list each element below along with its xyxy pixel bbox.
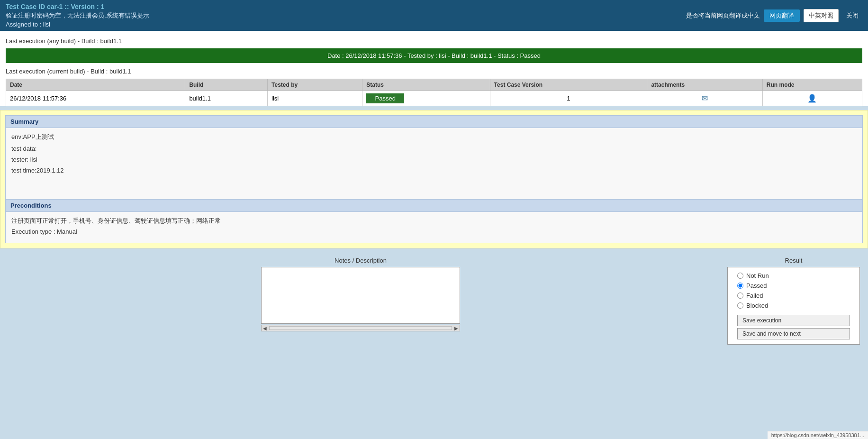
close-bar-button[interactable]: 关闭 xyxy=(842,9,862,22)
radio-passed-label: Passed xyxy=(746,282,767,289)
execution-table: Date Build Tested by Status Test Case Ve… xyxy=(6,79,862,106)
scrollbar-track xyxy=(269,326,452,330)
attachment-icon: ✉ xyxy=(702,94,708,102)
radio-not-run[interactable]: Not Run xyxy=(737,272,850,279)
col-build: Build xyxy=(185,79,268,91)
summary-line-1: test data: xyxy=(11,145,857,152)
preconditions-header: Preconditions xyxy=(6,199,862,212)
col-attachments: attachments xyxy=(647,79,762,91)
top-bar-left: Test Case ID car-1 :: Version : 1 验证注册时密… xyxy=(6,3,149,28)
url-bar: https://blog.csdn.net/weixin_43958381... xyxy=(768,431,868,439)
save-move-next-button[interactable]: Save and move to next xyxy=(737,328,850,339)
cell-version: 1 xyxy=(490,91,647,106)
summary-line-3: test time:2019.1.12 xyxy=(11,167,857,174)
assigned-to: Assigned to : lisi xyxy=(6,21,149,28)
bilingual-button[interactable]: 中英对照 xyxy=(804,9,839,22)
result-label: Result xyxy=(785,257,803,264)
radio-blocked-input[interactable] xyxy=(737,302,743,309)
radio-failed-label: Failed xyxy=(746,292,763,299)
cell-attachments: ✉ xyxy=(647,91,762,106)
notes-scrollbar: ◀ ▶ xyxy=(261,325,460,331)
col-run-mode: Run mode xyxy=(762,79,862,91)
radio-blocked-label: Blocked xyxy=(746,302,768,309)
summary-line-0: env:APP上测试 xyxy=(11,133,857,141)
col-version: Test Case Version xyxy=(490,79,647,91)
table-row: 26/12/2018 11:57:36 build1.1 lisi Passed… xyxy=(6,91,862,106)
run-mode-icon: 👤 xyxy=(807,94,817,102)
save-execution-button[interactable]: Save execution xyxy=(737,315,850,326)
radio-blocked[interactable]: Blocked xyxy=(737,302,850,309)
summary-header: Summary xyxy=(6,116,862,128)
cell-status: Passed xyxy=(362,91,490,106)
radio-not-run-label: Not Run xyxy=(746,272,769,279)
content-area: Last execution (any build) - Build : bui… xyxy=(0,31,868,106)
summary-content: env:APP上测试 test data: tester: lisi test … xyxy=(6,128,862,199)
result-box: Not Run Passed Failed Blocked Save execu… xyxy=(727,267,860,345)
radio-not-run-input[interactable] xyxy=(737,273,743,279)
test-case-title: Test Case ID car-1 :: Version : 1 xyxy=(6,3,149,10)
radio-group: Not Run Passed Failed Blocked xyxy=(737,272,850,309)
cell-date: 26/12/2018 11:57:36 xyxy=(6,91,185,106)
bottom-section: Notes / Description ◀ ▶ Result Not Run P… xyxy=(0,252,868,349)
status-bar: Date : 26/12/2018 11:57:36 - Tested by :… xyxy=(6,48,862,63)
radio-failed-input[interactable] xyxy=(737,293,743,299)
col-date: Date xyxy=(6,79,185,91)
translate-button[interactable]: 网页翻译 xyxy=(764,9,800,22)
radio-failed[interactable]: Failed xyxy=(737,292,850,299)
radio-passed-input[interactable] xyxy=(737,283,743,289)
summary-box: Summary env:APP上测试 test data: tester: li… xyxy=(5,115,863,243)
top-bar-right: 是否将当前网页翻译成中文 网页翻译 中英对照 关闭 xyxy=(686,9,862,22)
top-bar: Test Case ID car-1 :: Version : 1 验证注册时密… xyxy=(0,0,868,31)
execution-type: Execution type : Manual xyxy=(11,228,857,235)
result-section: Result Not Run Passed Failed Blocked xyxy=(725,257,862,345)
summary-line-2: tester: lisi xyxy=(11,156,857,163)
preconditions-text: 注册页面可正常打开，手机号、身份证信息、驾驶证信息填写正确；网络正常 xyxy=(11,217,857,225)
cell-tested-by: lisi xyxy=(268,91,362,106)
notes-label: Notes / Description xyxy=(335,257,387,264)
translate-prompt: 是否将当前网页翻译成中文 xyxy=(686,11,760,20)
cell-run-mode: 👤 xyxy=(762,91,862,106)
status-passed-badge: Passed xyxy=(366,93,404,103)
col-status: Status xyxy=(362,79,490,91)
test-case-description: 验证注册时密码为空，无法注册会员,系统有错误提示 xyxy=(6,11,149,20)
last-exec-any-label: Last execution (any build) - Build : bui… xyxy=(6,35,862,46)
notes-textarea[interactable] xyxy=(261,267,460,324)
last-exec-current-label: Last execution (current build) - Build :… xyxy=(6,65,862,77)
scroll-right-arrow[interactable]: ▶ xyxy=(453,326,460,331)
scroll-left-arrow[interactable]: ◀ xyxy=(262,326,268,331)
col-tested-by: Tested by xyxy=(268,79,362,91)
preconditions-content: 注册页面可正常打开，手机号、身份证信息、驾驶证信息填写正确；网络正常 Execu… xyxy=(6,212,862,243)
action-buttons: Save execution Save and move to next xyxy=(737,315,850,339)
notes-section: Notes / Description ◀ ▶ xyxy=(6,257,715,331)
radio-passed[interactable]: Passed xyxy=(737,282,850,289)
yellow-container: Summary env:APP上测试 test data: tester: li… xyxy=(0,110,868,248)
cell-build: build1.1 xyxy=(185,91,268,106)
url-text: https://blog.csdn.net/weixin_43958381... xyxy=(771,432,864,438)
